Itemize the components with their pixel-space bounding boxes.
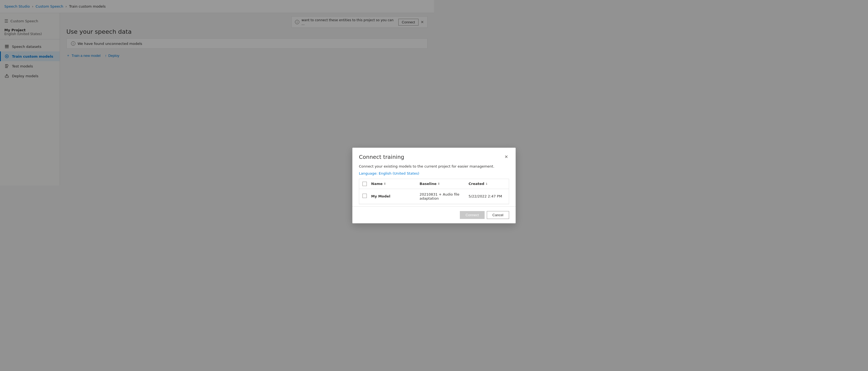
modal-body: Connect your existing models to the curr…	[352, 164, 434, 185]
table-header-name[interactable]: Name ↕	[368, 179, 416, 185]
modal-title: Connect training	[359, 154, 404, 160]
modal-description: Connect your existing models to the curr…	[359, 164, 434, 169]
modal-header: Connect training ✕	[352, 148, 434, 164]
name-sort-icon: ↕	[384, 182, 386, 185]
modal-table: Name ↕ Baseline ↕ Created ↓	[359, 179, 434, 185]
modal-overlay[interactable]: Connect training ✕ Connect your existing…	[0, 0, 434, 185]
modal-language: Language: English (United States)	[359, 172, 434, 176]
select-all-checkbox[interactable]	[363, 182, 367, 185]
table-header: Name ↕ Baseline ↕ Created ↓	[359, 179, 434, 185]
table-header-baseline[interactable]: Baseline ↕	[416, 179, 434, 185]
connect-training-modal: Connect training ✕ Connect your existing…	[352, 148, 434, 185]
table-header-checkbox-col	[359, 179, 368, 185]
